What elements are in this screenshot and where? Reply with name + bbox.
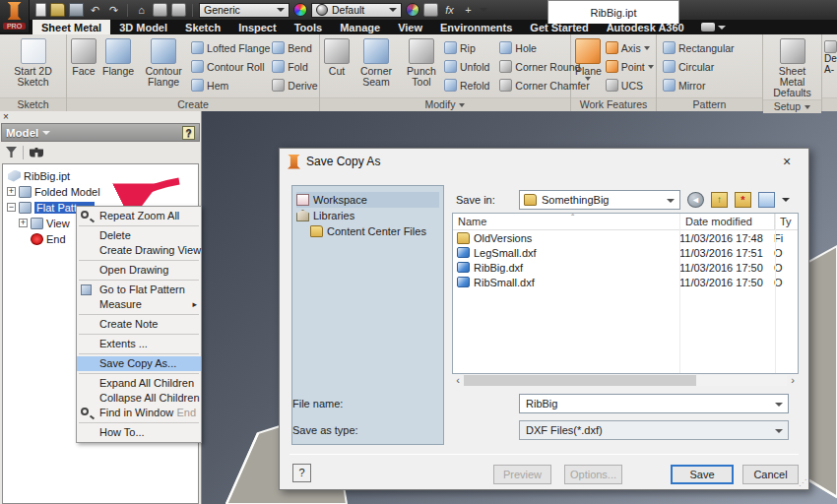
menu-item-delete[interactable]: Delete — [77, 228, 201, 243]
ucs-button[interactable]: UCS — [606, 77, 654, 94]
menu-item-how-to[interactable]: How To... — [77, 425, 201, 440]
file-row-ribsmall[interactable]: RibSmall.dxf 11/03/2016 17:50 O — [453, 275, 798, 289]
menu-item-go-to-flat-pattern[interactable]: Go to Flat Pattern — [77, 283, 201, 297]
home-view-icon[interactable]: ⌂ — [134, 3, 149, 17]
filter-icon[interactable] — [6, 147, 17, 158]
contour-flange-button[interactable]: Contour Flange — [138, 37, 189, 89]
fold-button[interactable]: Fold — [272, 58, 317, 75]
open-file-icon[interactable] — [50, 3, 65, 17]
bend-button[interactable]: Bend — [272, 39, 317, 56]
rip-button[interactable]: Rip — [444, 39, 489, 56]
measure-tool-icon[interactable] — [423, 3, 438, 17]
flange-button[interactable]: Flange — [100, 37, 136, 78]
cut-button[interactable]: Cut — [322, 37, 352, 78]
menu-item-save-copy-as[interactable]: Save Copy As... — [77, 356, 201, 371]
rectangular-pattern-button[interactable]: Rectangular — [663, 39, 735, 56]
file-row-ribbig[interactable]: RibBig.dxf 11/03/2016 17:50 O — [453, 260, 798, 275]
place-workspace[interactable]: Workspace — [296, 192, 439, 208]
dialog-title-bar[interactable]: Save Copy As × — [280, 149, 808, 174]
add-tool-icon[interactable]: + — [461, 3, 476, 17]
hem-button[interactable]: Hem — [191, 77, 270, 94]
document-tab[interactable]: RibBig.ipt — [547, 0, 679, 24]
point-button[interactable]: Point — [606, 58, 654, 75]
menu-item-expand-all-children[interactable]: Expand All Children — [77, 376, 201, 391]
new-file-icon[interactable] — [35, 3, 46, 17]
lofted-flange-button[interactable]: Lofted Flange — [191, 39, 270, 56]
menu-item-extents[interactable]: Extents ... — [77, 337, 201, 351]
file-row-oldversions[interactable]: OldVersions 11/03/2016 17:48 Fi — [453, 230, 798, 245]
axis-button[interactable]: Axis — [606, 39, 654, 56]
tab-3d-model[interactable]: 3D Model — [110, 20, 176, 34]
refold-button[interactable]: Refold — [444, 77, 489, 94]
expand-icon[interactable]: + — [7, 187, 16, 196]
tab-inspect[interactable]: Inspect — [229, 20, 286, 34]
close-icon[interactable]: × — [3, 112, 9, 122]
tree-node-end[interactable]: End — [31, 231, 66, 246]
render-icon[interactable] — [153, 3, 167, 17]
tab-manage[interactable]: Manage — [331, 20, 389, 34]
menu-item-open-drawing[interactable]: Open Drawing — [77, 263, 201, 278]
column-header-date-modified[interactable]: Date modified — [679, 214, 774, 230]
back-icon[interactable]: ◄ — [687, 192, 704, 208]
column-header-name[interactable]: Name ˆ — [453, 216, 679, 227]
ribbon-display-toggle[interactable] — [693, 20, 734, 34]
redo-icon[interactable]: ↷ — [106, 3, 121, 17]
new-folder-icon[interactable]: * — [735, 192, 751, 208]
unfold-button[interactable]: Unfold — [444, 58, 489, 75]
tab-sketch[interactable]: Sketch — [176, 20, 229, 34]
application-menu-button[interactable]: PRO — [0, 0, 30, 32]
appearance-wheel-icon[interactable] — [293, 3, 307, 17]
tree-node-view[interactable]: + View — [19, 216, 70, 230]
collapse-icon[interactable]: − — [7, 203, 16, 212]
save-icon[interactable] — [69, 3, 84, 17]
tree-node-folded-model[interactable]: + Folded Model — [7, 184, 100, 199]
menu-item-repeat-zoom-all[interactable]: Repeat Zoom All — [77, 209, 201, 223]
plane-button[interactable]: Plane — [573, 37, 604, 82]
punch-tool-button[interactable]: Punch Tool — [401, 37, 442, 89]
menu-item-create-note[interactable]: Create Note — [77, 317, 201, 332]
parameters-fx-icon[interactable]: fx — [442, 3, 457, 17]
search-binoculars-icon[interactable] — [30, 148, 43, 158]
panel-label-modify[interactable]: Modify — [320, 97, 570, 111]
place-libraries[interactable]: Libraries — [296, 208, 439, 223]
options-button[interactable]: Options... — [564, 465, 622, 484]
browser-dock-bar[interactable]: × — [0, 111, 201, 123]
appearance-select[interactable]: Default — [311, 3, 402, 18]
save-in-select[interactable]: SomethingBig — [519, 190, 680, 210]
tab-environments[interactable]: Environments — [431, 20, 521, 34]
file-name-input[interactable]: RibBig — [519, 394, 789, 413]
horizontal-scrollbar[interactable]: ‹ › — [452, 374, 799, 387]
save-as-type-select[interactable]: DXF Files(*.dxf) — [519, 420, 789, 440]
cancel-button[interactable]: Cancel — [742, 465, 799, 484]
sheet-metal-defaults-button[interactable]: Sheet Metal Defaults — [763, 37, 822, 99]
scroll-right-icon[interactable]: › — [787, 374, 799, 387]
help-button[interactable]: ? — [292, 464, 311, 482]
help-icon[interactable]: ? — [182, 126, 195, 140]
panel-label-setup[interactable]: Setup — [763, 99, 821, 113]
corner-seam-button[interactable]: Corner Seam — [354, 37, 399, 89]
expand-icon[interactable]: + — [19, 219, 28, 227]
menu-item-find-in-window[interactable]: Find in Window End — [77, 406, 201, 420]
view-menu-icon[interactable] — [758, 192, 775, 208]
mirror-button[interactable]: Mirror — [663, 77, 735, 94]
circular-pattern-button[interactable]: Circular — [663, 58, 735, 75]
up-one-level-icon[interactable]: ↑ — [711, 192, 728, 208]
scroll-thumb[interactable] — [464, 375, 696, 386]
scroll-left-icon[interactable]: ‹ — [452, 374, 464, 387]
resize-grip[interactable]: ⋰ — [799, 478, 806, 487]
tab-sheet-metal[interactable]: Sheet Metal — [32, 20, 110, 34]
menu-item-create-drawing-view[interactable]: Create Drawing View — [77, 243, 201, 258]
menu-item-measure[interactable]: Measure ▸ — [77, 297, 201, 312]
scroll-track[interactable] — [464, 375, 787, 386]
tree-node-root[interactable]: RibBig.ipt — [8, 168, 70, 183]
start-2d-sketch-button[interactable]: Start 2D Sketch — [4, 37, 63, 89]
undo-icon[interactable]: ↶ — [88, 3, 102, 17]
tab-view[interactable]: View — [389, 20, 431, 34]
preview-button[interactable]: Preview — [493, 465, 551, 484]
material-select[interactable]: Generic — [199, 3, 290, 18]
column-header-type[interactable]: Ty — [774, 214, 798, 230]
file-row-legsmall[interactable]: LegSmall.dxf 11/03/2016 17:51 O — [453, 245, 798, 260]
chevron-down-icon[interactable] — [782, 198, 790, 202]
save-button[interactable]: Save — [671, 465, 734, 484]
qat-customize-icon[interactable] — [480, 8, 487, 12]
